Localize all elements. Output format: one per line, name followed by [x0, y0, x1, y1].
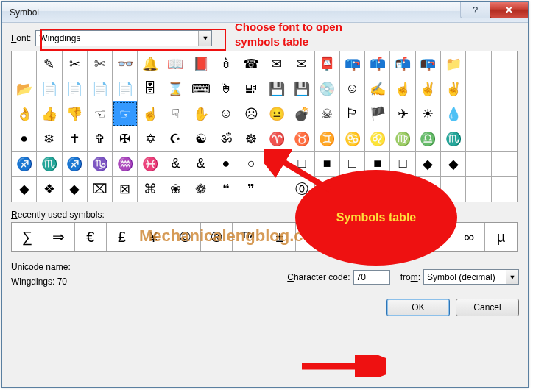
symbol-cell[interactable]: ♑ [88, 152, 113, 177]
symbol-cell[interactable]: ❞ [239, 177, 264, 202]
symbol-cell[interactable] [492, 101, 517, 126]
symbol-cell[interactable] [466, 126, 491, 152]
symbol-cell[interactable]: ♉ [289, 126, 314, 152]
symbol-cell[interactable]: ⓪ [289, 177, 314, 202]
symbol-cell[interactable]: ④ [390, 177, 415, 202]
symbol-cell[interactable]: ♌ [365, 126, 390, 152]
symbol-cell[interactable]: ● [213, 152, 239, 177]
symbol-cell[interactable]: 📖 [163, 51, 188, 76]
symbol-cell[interactable]: ● [12, 126, 37, 152]
symbol-cell[interactable]: ❝ [213, 177, 239, 202]
symbol-cell[interactable]: ✠ [113, 126, 138, 152]
symbol-cell[interactable]: 🖰 [213, 76, 239, 101]
symbol-cell[interactable]: 🏳 [340, 101, 365, 126]
symbol-cell[interactable]: ✂ [63, 51, 88, 76]
symbol-cell[interactable]: 🖳 [239, 76, 264, 101]
recent-symbol-cell[interactable]: ™ [233, 223, 264, 251]
symbol-cell[interactable]: ✡ [138, 126, 163, 152]
symbol-cell[interactable] [264, 177, 289, 202]
symbol-cell[interactable]: 📄 [37, 76, 62, 101]
symbol-cell[interactable]: ○ [239, 152, 264, 177]
symbol-cell[interactable]: ✌ [441, 76, 466, 101]
symbol-cell[interactable]: ♈ [264, 126, 289, 152]
symbol-cell[interactable]: 📕 [188, 51, 213, 76]
symbol-cell[interactable]: 📭 [416, 51, 441, 76]
symbol-cell[interactable]: ☺ [340, 76, 365, 101]
font-select[interactable]: Wingdings ▼ [35, 30, 212, 46]
symbol-cell[interactable] [12, 51, 37, 76]
symbol-cell[interactable]: 🔔 [138, 51, 163, 76]
symbol-cell[interactable]: ☀ [416, 101, 441, 126]
recent-symbol-cell[interactable]: ≠ [296, 223, 328, 251]
dropdown-arrow-icon[interactable]: ▼ [506, 270, 518, 284]
symbol-cell[interactable]: ✌ [416, 76, 441, 101]
symbol-cell[interactable]: 💧 [441, 101, 466, 126]
symbol-cell[interactable]: ❖ [37, 177, 62, 202]
symbol-cell[interactable]: ☹ [239, 101, 264, 126]
symbol-cell[interactable]: ☝ [138, 101, 163, 126]
symbol-cell[interactable]: ❁ [188, 177, 213, 202]
symbol-cell[interactable]: ✍ [365, 76, 390, 101]
symbol-cell[interactable]: ☎ [239, 51, 264, 76]
recent-symbol-cell[interactable]: ∞ [453, 223, 485, 251]
recent-symbol-cell[interactable]: © [169, 223, 201, 251]
symbol-cell[interactable]: & [163, 152, 188, 177]
symbol-cell[interactable]: 📄 [63, 76, 88, 101]
symbol-cell[interactable]: 🕯 [213, 51, 239, 76]
symbol-cell[interactable]: 🏴 [365, 101, 390, 126]
symbol-cell[interactable] [492, 76, 517, 101]
recent-symbol-cell[interactable]: € [75, 223, 107, 251]
symbol-cell[interactable] [466, 101, 491, 126]
symbol-cell[interactable]: ❄ [37, 126, 62, 152]
recent-symbol-cell[interactable]: ® [201, 223, 233, 251]
symbol-cell[interactable]: ☝ [390, 76, 415, 101]
symbol-cell[interactable]: ⑤ [416, 177, 441, 202]
symbol-cell[interactable]: 📄 [88, 76, 113, 101]
symbol-cell[interactable]: □ [390, 152, 415, 177]
cancel-button[interactable]: Cancel [456, 299, 519, 316]
symbol-cell[interactable]: ♏ [37, 152, 62, 177]
symbol-cell[interactable]: ॐ [213, 126, 239, 152]
symbol-cell[interactable]: 📬 [390, 51, 415, 76]
symbol-cell[interactable]: ◆ [441, 152, 466, 177]
symbol-cell[interactable]: ♋ [340, 126, 365, 152]
recent-symbol-cell[interactable]: ¥ [138, 223, 170, 251]
symbol-cell[interactable] [441, 177, 466, 202]
symbol-cell[interactable]: 📁 [441, 51, 466, 76]
symbol-cell[interactable]: ♒ [113, 152, 138, 177]
symbol-cell[interactable]: ✎ [37, 51, 62, 76]
recent-symbol-cell[interactable]: ≤ [328, 223, 359, 251]
symbol-cell[interactable]: & [188, 152, 213, 177]
symbol-cell[interactable]: ✋ [188, 101, 213, 126]
symbol-cell[interactable] [466, 51, 491, 76]
recent-symbol-cell[interactable]: × [422, 223, 453, 251]
symbol-cell[interactable]: ⌘ [138, 177, 163, 202]
symbol-cell[interactable] [466, 76, 491, 101]
symbol-cell[interactable]: ◆ [12, 177, 37, 202]
dropdown-arrow-icon[interactable]: ▼ [198, 31, 211, 46]
symbol-cell[interactable]: 📫 [365, 51, 390, 76]
symbol-cell[interactable]: ♍ [390, 126, 415, 152]
symbol-cell[interactable] [492, 177, 517, 202]
recent-symbol-cell[interactable]: ± [264, 223, 296, 251]
symbol-cell[interactable]: ◆ [63, 177, 88, 202]
symbol-cell[interactable]: □ [340, 152, 365, 177]
charcode-input[interactable] [353, 270, 390, 285]
symbol-cell[interactable]: 👓 [113, 51, 138, 76]
symbol-cell[interactable]: ✉ [289, 51, 314, 76]
symbol-cell[interactable]: ① [315, 177, 340, 202]
help-button[interactable]: ? [460, 2, 490, 18]
symbol-cell[interactable]: ✞ [88, 126, 113, 152]
symbol-cell[interactable]: ☠ [315, 101, 340, 126]
symbol-cell[interactable]: 🗄 [138, 76, 163, 101]
symbol-cell[interactable] [466, 152, 491, 177]
symbol-cell[interactable]: 📪 [340, 51, 365, 76]
symbol-cell[interactable]: ♏ [441, 126, 466, 152]
symbol-cell[interactable]: 📮 [315, 51, 340, 76]
symbol-cell[interactable]: ◆ [416, 152, 441, 177]
symbol-cell[interactable]: 👌 [12, 101, 37, 126]
symbol-cell[interactable]: ③ [365, 177, 390, 202]
recent-symbol-cell[interactable]: £ [107, 223, 138, 251]
symbol-cell[interactable]: ❀ [163, 177, 188, 202]
symbol-cell[interactable]: 👎 [63, 101, 88, 126]
